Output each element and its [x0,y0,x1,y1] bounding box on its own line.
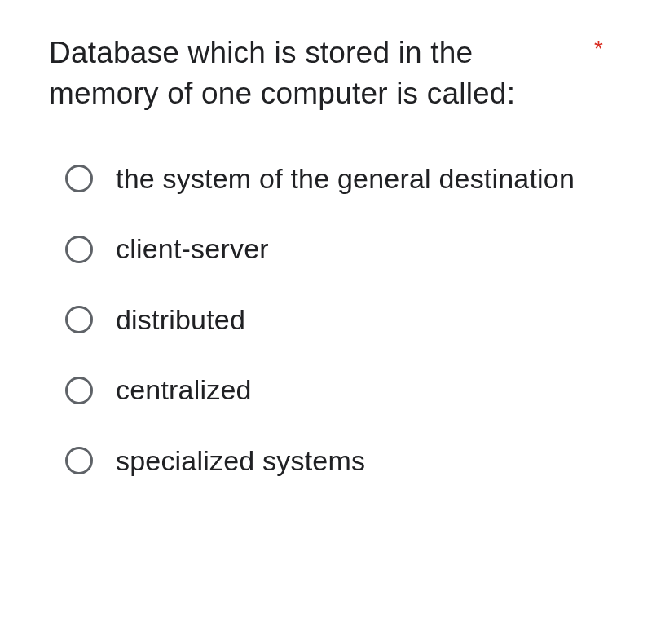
option-label: centralized [116,373,252,408]
options-list: the system of the general destination cl… [49,161,603,479]
required-asterisk-icon: * [594,36,603,62]
option-item-0[interactable]: the system of the general destination [65,161,603,196]
option-label: the system of the general destination [116,161,575,196]
radio-unchecked-icon [65,447,93,474]
option-item-4[interactable]: specialized systems [65,443,603,479]
option-label: client-server [116,232,269,267]
radio-unchecked-icon [65,377,93,404]
radio-unchecked-icon [65,306,93,333]
question-container: Database which is stored in the memory o… [49,33,603,478]
question-header: Database which is stored in the memory o… [49,33,603,114]
option-item-2[interactable]: distributed [65,302,603,337]
option-label: specialized systems [116,443,365,479]
option-item-1[interactable]: client-server [65,232,603,267]
radio-unchecked-icon [65,236,93,263]
question-text: Database which is stored in the memory o… [49,33,578,114]
option-label: distributed [116,302,245,337]
radio-unchecked-icon [65,165,93,192]
option-item-3[interactable]: centralized [65,373,603,408]
